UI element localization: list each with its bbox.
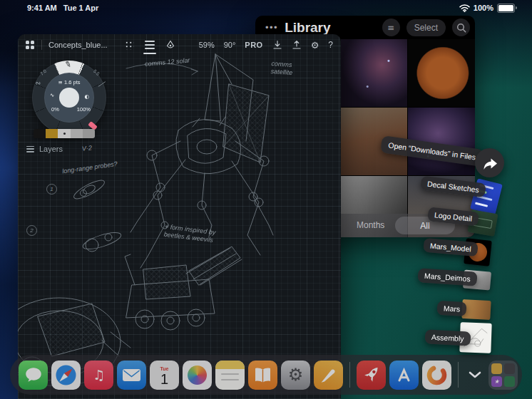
concepts-toolbar: Concepts_blue... 59% 90° PRO ⚙ ? xyxy=(18,34,341,56)
rotation-value[interactable]: 90° xyxy=(224,41,236,49)
dock-icon-books[interactable] xyxy=(248,361,277,390)
help-button[interactable]: ? xyxy=(328,40,333,50)
pen-mode-icon[interactable] xyxy=(165,40,175,50)
dock-icon-notes[interactable] xyxy=(215,361,245,390)
mini-app-icon xyxy=(504,363,515,374)
palette-swatch[interactable] xyxy=(34,129,46,138)
stroke-lines-icon: ≡ xyxy=(58,79,64,86)
dock-icon-calendar[interactable]: Tue 1 xyxy=(150,361,179,390)
wifi-icon xyxy=(459,4,470,12)
toolbar-divider xyxy=(41,40,42,50)
palette-swatch[interactable] xyxy=(71,129,83,138)
share-drop-button[interactable] xyxy=(475,148,504,177)
dock-icon-mail[interactable] xyxy=(117,361,146,390)
gear-icon: ⚙ xyxy=(288,366,304,383)
clock: 9:41 AM xyxy=(27,4,57,12)
dock-collapse-button[interactable] xyxy=(465,370,485,379)
library-title: Library xyxy=(285,20,330,36)
pen-icon xyxy=(314,361,343,390)
forward-arrow-icon xyxy=(481,155,498,172)
search-icon xyxy=(456,23,466,33)
color-palette xyxy=(34,129,95,138)
select-button[interactable]: Select xyxy=(406,19,446,36)
dock: ♫ Tue 1 ⚙ xyxy=(10,355,522,395)
dock-icon-settings[interactable]: ⚙ xyxy=(281,361,310,390)
mini-app-icon xyxy=(491,363,502,374)
dock-icon-photos[interactable] xyxy=(183,361,212,390)
palette-swatch[interactable] xyxy=(83,129,95,138)
more-options-button[interactable]: ••• xyxy=(265,22,278,33)
dock-icon-rocket[interactable] xyxy=(357,361,386,390)
layers-icon xyxy=(26,146,34,152)
compass-icon xyxy=(51,361,81,390)
open-book-icon xyxy=(248,361,277,390)
battery-icon xyxy=(497,4,515,13)
photo-thumbnail-mars[interactable] xyxy=(408,39,475,107)
search-button[interactable] xyxy=(452,19,470,36)
filter-button[interactable]: ≡ xyxy=(382,19,400,36)
smoothing-icon: ∿ xyxy=(50,92,54,98)
concepts-c-icon xyxy=(422,361,451,390)
settings-gear-icon[interactable]: ⚙ xyxy=(311,40,319,51)
rocket-icon xyxy=(357,361,386,390)
drag-item-label[interactable]: Assembly xyxy=(425,329,471,346)
mini-app-icon: ★ xyxy=(491,376,502,387)
zoom-months-tab[interactable]: Months xyxy=(357,220,384,230)
notes-header xyxy=(215,361,245,369)
import-icon[interactable] xyxy=(272,40,282,50)
dot-grid-view-icon[interactable] xyxy=(124,40,134,50)
date: Tue 1 Apr xyxy=(63,4,99,12)
selected-dot xyxy=(63,133,66,135)
battery-percent: 100% xyxy=(474,4,493,12)
drag-item-label[interactable]: Mars xyxy=(437,301,467,316)
concepts-window: comms 12 solar comms satellite V·2 long-… xyxy=(18,34,341,399)
dock-divider xyxy=(349,362,350,388)
calendar-day: 1 xyxy=(160,372,168,386)
dock-icon-draw[interactable] xyxy=(314,361,343,390)
dock-icon-safari[interactable] xyxy=(51,361,81,390)
dock-icon-concepts[interactable] xyxy=(422,361,451,390)
annotation-number-2: 2 xyxy=(26,225,37,236)
annotation-satellite: comms satellite xyxy=(270,60,312,78)
status-bar: 9:41 AM Tue 1 Apr 100% xyxy=(0,0,532,16)
tool-wheel[interactable]: ✎ ∿ ╱ 7.0 5.5 6.1 ≡ 1.6 pts 0% 100% ◐ ∿ xyxy=(32,61,106,135)
palette-swatch-selected[interactable] xyxy=(58,129,70,138)
pro-badge[interactable]: PRO xyxy=(245,41,262,49)
stroke-size-value: 1.6 pts xyxy=(64,79,81,86)
annotation-number-1: 1 xyxy=(46,184,57,195)
envelope-icon xyxy=(117,361,146,390)
opacity-max-label: 100% xyxy=(77,106,91,113)
dock-icon-music[interactable]: ♫ xyxy=(84,361,113,390)
opacity-min-label: 0% xyxy=(51,106,59,113)
app-store-a-icon xyxy=(389,361,419,390)
filter-lines-icon: ≡ xyxy=(387,23,394,33)
layers-label: Layers xyxy=(39,145,63,153)
flower-icon xyxy=(188,366,207,385)
layers-button[interactable]: Layers xyxy=(26,145,63,153)
document-title[interactable]: Concepts_blue... xyxy=(48,41,108,49)
mini-app-icon xyxy=(504,376,515,387)
dock-icon-app-store[interactable] xyxy=(389,361,419,390)
music-note-icon: ♫ xyxy=(93,367,105,383)
tool-wheel-center[interactable] xyxy=(59,88,79,108)
photo-thumbnail-nebula[interactable] xyxy=(341,39,407,107)
dock-divider xyxy=(458,362,459,388)
message-bubble-icon xyxy=(24,365,44,385)
chevron-down-icon xyxy=(468,370,482,379)
annotation-version: V·2 xyxy=(81,144,92,153)
export-icon[interactable] xyxy=(292,40,302,50)
zoom-level[interactable]: 59% xyxy=(199,41,215,49)
dock-icon-app-library[interactable]: ★ xyxy=(488,361,518,390)
opacity-contrast-icon: ◐ xyxy=(84,93,89,100)
dock-icon-messages[interactable] xyxy=(19,361,48,390)
line-view-icon-selected[interactable] xyxy=(145,41,155,49)
gallery-grid-icon[interactable] xyxy=(26,41,35,50)
palette-swatch[interactable] xyxy=(46,129,58,138)
